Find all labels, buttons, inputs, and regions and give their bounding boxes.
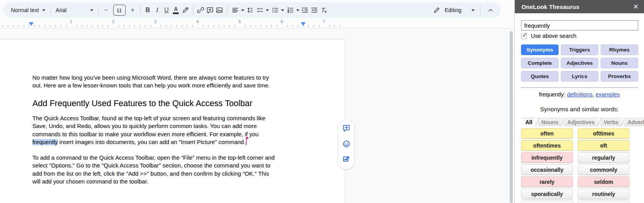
- ruler-tick: [219, 25, 219, 27]
- synonym-cell-ofttimes[interactable]: ofttimes: [578, 128, 630, 139]
- underline-button[interactable]: U: [162, 7, 171, 14]
- onelook-thesaurus-panel: OneLook Thesaurus ✕ ✓ Use above search S…: [514, 0, 644, 203]
- insert-link-button[interactable]: [196, 6, 205, 14]
- line-spacing-button[interactable]: [245, 6, 254, 14]
- thesaurus-button-nouns[interactable]: Nouns: [601, 58, 638, 68]
- right-indent-marker[interactable]: [301, 22, 306, 26]
- synonym-cell[interactable]: [521, 201, 573, 203]
- synonym-cell-commonly[interactable]: commonly: [578, 164, 630, 175]
- ruler-tick: [108, 25, 109, 27]
- add-emoji-reaction-button[interactable]: [342, 140, 350, 150]
- thesaurus-button-proverbs[interactable]: Proverbs: [601, 71, 638, 82]
- ruler-tick: [119, 25, 119, 27]
- synonym-cell-rarely[interactable]: rarely: [521, 176, 573, 187]
- ruler-tick: [66, 25, 66, 27]
- ruler-tick: [161, 25, 161, 27]
- ruler-tick: [203, 25, 203, 27]
- decrease-font-size-button[interactable]: −: [101, 7, 111, 14]
- synonym-cell-seldom[interactable]: seldom: [578, 176, 630, 187]
- docs-toolbar: Normal text Arial − 11 + B I U A: [3, 2, 501, 18]
- synonym-cell[interactable]: [578, 201, 630, 203]
- ruler-number: 1: [70, 19, 72, 24]
- italic-button[interactable]: I: [153, 7, 162, 14]
- ruler-tick: [187, 25, 187, 27]
- tab-adverbs[interactable]: Adverbs: [624, 118, 644, 126]
- bulleted-list-button[interactable]: [270, 5, 285, 16]
- thesaurus-button-synonyms[interactable]: Synonyms: [521, 45, 559, 55]
- font-selector[interactable]: Arial: [53, 5, 96, 16]
- paragraph-style-selector[interactable]: Normal text: [9, 5, 48, 16]
- panel-divider: [521, 87, 638, 88]
- increase-font-size-button[interactable]: +: [128, 7, 137, 14]
- synonym-cell-oftentimes[interactable]: oftentimes: [521, 140, 573, 151]
- insert-image-button[interactable]: [215, 6, 224, 14]
- chevron-down-icon: [90, 9, 93, 11]
- checklist-button[interactable]: [254, 5, 270, 16]
- increase-indent-button[interactable]: [310, 6, 319, 14]
- text-color-button[interactable]: A: [171, 6, 181, 14]
- align-button[interactable]: [230, 5, 245, 16]
- thesaurus-search-input[interactable]: [521, 20, 638, 30]
- thesaurus-button-quotes[interactable]: Quotes: [521, 71, 559, 82]
- font-size-field[interactable]: 11: [113, 5, 126, 16]
- tab-verbs[interactable]: Verbs: [600, 118, 622, 126]
- clear-formatting-button[interactable]: [319, 6, 328, 14]
- tab-all[interactable]: All: [522, 118, 536, 126]
- decrease-indent-button[interactable]: [300, 6, 310, 14]
- section-heading: Add Frequently Used Features to the Quic…: [32, 99, 253, 109]
- add-comment-button[interactable]: [342, 124, 350, 134]
- ruler: 1234567: [0, 19, 514, 28]
- paragraph-style-label: Normal text: [11, 7, 39, 13]
- close-icon[interactable]: ✕: [633, 3, 639, 11]
- synonym-cell-often[interactable]: often: [521, 128, 573, 139]
- synonym-cell-infrequently[interactable]: infrequently: [521, 152, 573, 163]
- synonym-cell-sporadically[interactable]: sporadically: [521, 189, 573, 199]
- add-comment-button[interactable]: [205, 6, 215, 14]
- selected-word[interactable]: frequently: [32, 139, 58, 145]
- ruler-tick: [266, 25, 267, 27]
- checklist-icon: [255, 6, 265, 14]
- document-page[interactable]: No matter how long you've been using Mic…: [0, 39, 345, 203]
- numbered-list-button[interactable]: [285, 5, 300, 16]
- emoji-icon: [342, 140, 350, 148]
- thesaurus-button-adjectives[interactable]: Adjectives: [561, 58, 598, 68]
- suggest-image-edit-button[interactable]: [342, 155, 350, 165]
- use-above-search-checkbox[interactable]: ✓ Use above search: [521, 32, 638, 39]
- ruler-tick: [55, 25, 56, 27]
- ruler-tick: [8, 25, 8, 27]
- pencil-icon: [432, 6, 441, 14]
- chevron-down-icon: [42, 9, 45, 11]
- toolbar-divider: [50, 6, 51, 14]
- ruler-tick: [313, 25, 314, 27]
- text-color-swatch: [173, 12, 179, 14]
- ruler-tick: [235, 25, 235, 27]
- tab-nouns[interactable]: Nouns: [538, 118, 562, 126]
- paragraph-2: The Quick Access Toolbar, found at the t…: [32, 114, 265, 146]
- hide-menus-button[interactable]: [486, 6, 495, 14]
- thesaurus-button-triggers[interactable]: Triggers: [561, 45, 598, 55]
- editing-mode-selector[interactable]: Editing: [432, 6, 495, 14]
- ruler-tick: [45, 25, 45, 27]
- synonym-cell-routinely[interactable]: routinely: [578, 189, 630, 199]
- thesaurus-button-lyrics[interactable]: Lyrics: [561, 71, 598, 82]
- left-indent-marker[interactable]: [29, 22, 34, 26]
- ruler-tick: [208, 25, 208, 27]
- vertical-scrollbar[interactable]: [510, 31, 513, 203]
- synonym-cell-occasionally[interactable]: occasionally: [521, 164, 573, 175]
- editing-mode-label: Editing: [445, 7, 461, 13]
- ruler-tick: [166, 25, 166, 27]
- bold-button[interactable]: B: [143, 7, 153, 14]
- synonym-cell-regularly[interactable]: regularly: [578, 152, 630, 163]
- image-edit-icon: [342, 155, 350, 163]
- align-left-icon: [231, 6, 240, 14]
- tab-adjectives[interactable]: Adjectives: [564, 118, 598, 126]
- toolbar-divider: [227, 6, 227, 14]
- definitions-link[interactable]: definitions: [567, 91, 592, 98]
- thesaurus-button-complete[interactable]: Complete: [521, 58, 559, 68]
- examples-link[interactable]: examples: [596, 91, 620, 98]
- thesaurus-button-rhymes[interactable]: Rhymes: [601, 45, 638, 55]
- highlight-color-button[interactable]: [181, 6, 190, 14]
- synonym-word-grid: oftenofttimesoftentimesoftinfrequentlyre…: [521, 128, 638, 203]
- synonym-cell-oft[interactable]: oft: [578, 140, 630, 151]
- ruler-tick: [18, 25, 19, 27]
